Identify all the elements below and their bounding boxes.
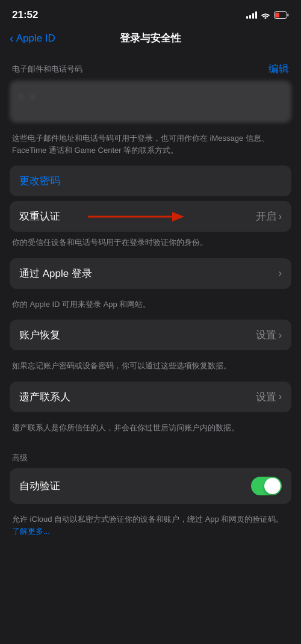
toggle-knob <box>264 478 281 494</box>
auto-verify-description: 允许 iCloud 自动以私密方式验证你的设备和账户，绕过 App 和网页的验证… <box>10 509 291 546</box>
two-factor-label: 双重认证 <box>19 209 60 223</box>
legacy-contact-card: 遗产联系人 设置 › <box>10 382 291 412</box>
chevron-right-icon-4: › <box>279 391 282 402</box>
svg-rect-2 <box>275 13 279 17</box>
two-factor-row[interactable]: 双重认证 开启 › <box>10 201 291 232</box>
signal-icon <box>246 11 257 19</box>
sign-in-apple-card: 通过 Apple 登录 › <box>10 258 291 289</box>
advanced-group-label: 高级 <box>10 443 291 468</box>
auto-verify-toggle[interactable] <box>251 477 282 495</box>
learn-more-link[interactable]: 了解更多... <box>12 527 50 536</box>
chevron-right-icon-2: › <box>279 268 282 279</box>
legacy-contact-label: 遗产联系人 <box>19 390 70 404</box>
email-card: · · <box>10 81 291 123</box>
account-recovery-description: 如果忘记账户密码或设备密码，你可以通过这些选项恢复数据。 <box>10 355 291 382</box>
status-icons <box>246 11 289 19</box>
email-dots: · · <box>19 89 37 102</box>
status-time: 21:52 <box>12 9 38 21</box>
svg-rect-1 <box>287 14 289 17</box>
back-button[interactable]: ‹ Apple ID <box>10 32 55 45</box>
email-section-header: 电子邮件和电话号码 编辑 <box>10 52 291 81</box>
status-bar: 21:52 <box>0 0 301 26</box>
auto-verify-label: 自动验证 <box>19 479 60 493</box>
svg-marker-4 <box>172 212 184 221</box>
nav-bar: ‹ Apple ID 登录与安全性 <box>0 26 301 52</box>
two-factor-description: 你的受信任设备和电话号码用于在登录时验证你的身份。 <box>10 232 291 258</box>
two-factor-right: 开启 › <box>256 209 282 223</box>
account-recovery-value: 设置 <box>256 328 276 342</box>
sign-in-apple-label: 通过 Apple 登录 <box>19 267 92 280</box>
red-arrow-annotation <box>88 205 184 229</box>
chevron-right-icon-3: › <box>279 330 282 341</box>
wifi-icon <box>261 11 270 19</box>
sign-in-apple-row[interactable]: 通过 Apple 登录 › <box>10 258 291 289</box>
account-recovery-card: 账户恢复 设置 › <box>10 320 291 350</box>
edit-button[interactable]: 编辑 <box>268 62 289 76</box>
account-recovery-row[interactable]: 账户恢复 设置 › <box>10 320 291 350</box>
change-password-label: 更改密码 <box>19 174 60 188</box>
account-recovery-right: 设置 › <box>256 328 282 342</box>
account-recovery-label: 账户恢复 <box>19 328 60 342</box>
chevron-left-icon: ‹ <box>10 31 14 45</box>
change-password-card: 更改密码 <box>10 166 291 196</box>
sign-in-apple-description: 你的 Apple ID 可用来登录 App 和网站。 <box>10 294 291 320</box>
chevron-right-icon: › <box>279 211 282 222</box>
legacy-contact-description: 遗产联系人是你所信任的人，并会在你过世后访问账户内的数据。 <box>10 417 291 444</box>
battery-icon <box>274 11 289 19</box>
page-title: 登录与安全性 <box>120 31 181 45</box>
sign-in-apple-right: › <box>279 268 282 279</box>
main-content: 电子邮件和电话号码 编辑 · · 这些电子邮件地址和电话号码可用于登录，也可用作… <box>0 52 301 546</box>
two-factor-value: 开启 <box>256 209 276 223</box>
legacy-contact-right: 设置 › <box>256 390 282 404</box>
auto-verify-card: 自动验证 <box>10 468 291 504</box>
change-password-row[interactable]: 更改密码 <box>10 166 291 196</box>
back-label: Apple ID <box>16 33 55 45</box>
email-description: 这些电子邮件地址和电话号码可用于登录，也可用作你在 iMessage 信息、Fa… <box>10 128 291 166</box>
two-factor-card: 双重认证 开启 › <box>10 201 291 232</box>
email-section-label: 电子邮件和电话号码 <box>12 64 82 75</box>
legacy-contact-value: 设置 <box>256 390 276 404</box>
legacy-contact-row[interactable]: 遗产联系人 设置 › <box>10 382 291 412</box>
auto-verify-row[interactable]: 自动验证 <box>10 468 291 504</box>
